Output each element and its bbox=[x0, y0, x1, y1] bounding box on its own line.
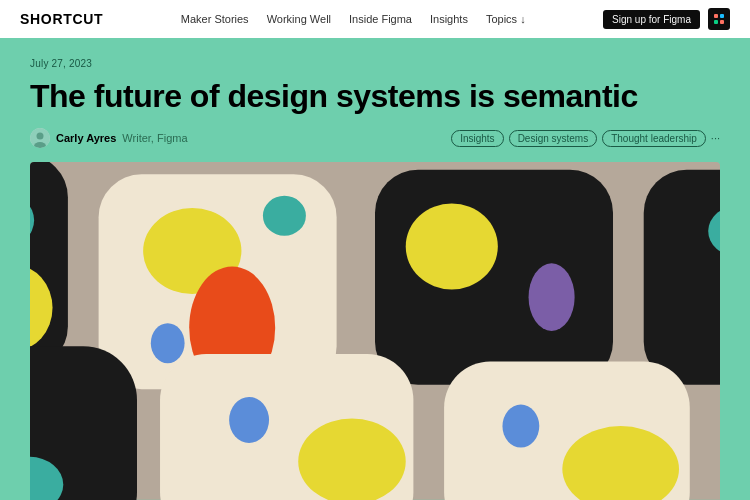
nav-links: Maker Stories Working Well Inside Figma … bbox=[181, 13, 526, 25]
site-logo[interactable]: SHORTCUT bbox=[20, 11, 103, 27]
nav-link-inside-figma[interactable]: Inside Figma bbox=[349, 13, 412, 25]
svg-rect-17 bbox=[375, 170, 613, 385]
author-name[interactable]: Carly Ayres bbox=[56, 132, 116, 144]
article-illustration bbox=[30, 162, 720, 500]
page-wrapper: SHORTCUT Maker Stories Working Well Insi… bbox=[0, 0, 750, 500]
article-header: July 27, 2023 The future of design syste… bbox=[0, 38, 750, 162]
illustration-svg bbox=[30, 162, 720, 500]
nav-link-insights[interactable]: Insights bbox=[430, 13, 468, 25]
signup-button[interactable]: Sign up for Figma bbox=[603, 10, 700, 29]
nav-link-maker-stories[interactable]: Maker Stories bbox=[181, 13, 249, 25]
author-role: Writer, Figma bbox=[122, 132, 187, 144]
figma-icon bbox=[708, 8, 730, 30]
nav-link-topics[interactable]: Topics ↓ bbox=[486, 13, 526, 25]
nav-link-working-well[interactable]: Working Well bbox=[267, 13, 331, 25]
svg-rect-1 bbox=[720, 14, 724, 18]
svg-point-19 bbox=[529, 264, 575, 332]
svg-point-5 bbox=[37, 133, 44, 140]
author-area: Carly Ayres Writer, Figma bbox=[30, 128, 188, 148]
svg-point-16 bbox=[151, 323, 185, 363]
tag-more-icon[interactable]: ··· bbox=[711, 132, 720, 144]
svg-rect-2 bbox=[714, 20, 718, 24]
svg-point-29 bbox=[502, 405, 539, 448]
article-title: The future of design systems is semantic bbox=[30, 79, 720, 114]
tag-thought-leadership[interactable]: Thought leadership bbox=[602, 130, 706, 147]
tag-design-systems[interactable]: Design systems bbox=[509, 130, 598, 147]
navigation: SHORTCUT Maker Stories Working Well Insi… bbox=[0, 0, 750, 38]
svg-point-26 bbox=[229, 397, 269, 443]
nav-right: Sign up for Figma bbox=[603, 8, 730, 30]
tags-area: Insights Design systems Thought leadersh… bbox=[451, 130, 720, 147]
svg-point-18 bbox=[406, 204, 498, 290]
tag-insights[interactable]: Insights bbox=[451, 130, 503, 147]
svg-rect-0 bbox=[714, 14, 718, 18]
author-avatar bbox=[30, 128, 50, 148]
article-date: July 27, 2023 bbox=[30, 58, 720, 69]
svg-rect-3 bbox=[720, 20, 724, 24]
article-meta: Carly Ayres Writer, Figma Insights Desig… bbox=[30, 128, 720, 148]
svg-point-14 bbox=[263, 196, 306, 236]
svg-rect-20 bbox=[644, 170, 720, 385]
